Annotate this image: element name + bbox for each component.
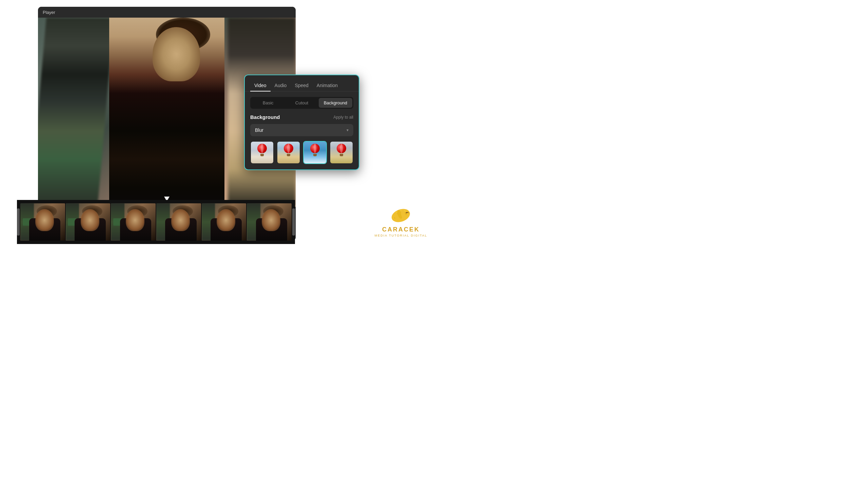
balloon-3 bbox=[310, 144, 320, 156]
bg-thumb-1[interactable] bbox=[250, 141, 274, 164]
sub-tab-basic[interactable]: Basic bbox=[251, 98, 285, 108]
tab-speed[interactable]: Speed bbox=[291, 80, 312, 92]
section-header: Background Apply to all bbox=[250, 114, 353, 120]
motion-blur-left bbox=[38, 18, 114, 207]
balloon-bg-4 bbox=[330, 142, 353, 163]
filmstrip bbox=[17, 200, 295, 244]
caracek-brand: CARACEK bbox=[375, 226, 427, 233]
sub-tab-background[interactable]: Background bbox=[319, 98, 352, 108]
thumbnail-5 bbox=[202, 203, 246, 241]
tab-animation[interactable]: Animation bbox=[313, 80, 342, 92]
face bbox=[153, 27, 200, 81]
thumbnail-4 bbox=[156, 203, 201, 241]
balloon-bg-2 bbox=[277, 142, 300, 163]
thumbnail-6 bbox=[247, 203, 292, 241]
balloon-bg-3 bbox=[304, 142, 326, 163]
thumbnail-3 bbox=[111, 203, 156, 241]
properties-panel: Video Audio Speed Animation Basic Cutout… bbox=[244, 75, 359, 170]
panel-tabs: Video Audio Speed Animation bbox=[245, 75, 359, 92]
section-title: Background bbox=[250, 114, 280, 120]
apply-all-button[interactable]: Apply to all bbox=[333, 115, 353, 120]
balloon-2 bbox=[284, 144, 293, 156]
dropdown-label: Blur bbox=[255, 127, 263, 133]
tab-video[interactable]: Video bbox=[250, 80, 271, 92]
banana-icon bbox=[389, 206, 413, 225]
blur-dropdown[interactable]: Blur ▾ bbox=[250, 124, 353, 136]
bg-thumb-2[interactable] bbox=[277, 141, 300, 164]
player-title: Player bbox=[43, 10, 55, 15]
background-thumbnails bbox=[250, 141, 353, 164]
panel-content: Basic Cutout Background Background Apply… bbox=[245, 92, 359, 169]
tab-audio[interactable]: Audio bbox=[271, 80, 291, 92]
balloon-4 bbox=[337, 144, 346, 156]
thumbnail-1 bbox=[20, 203, 65, 241]
caracek-logo: CARACEK MEDIA TUTORIAL DIGITAL bbox=[375, 206, 427, 237]
player-title-bar: Player bbox=[38, 7, 296, 18]
sub-tabs: Basic Cutout Background bbox=[250, 97, 353, 109]
chevron-down-icon: ▾ bbox=[347, 128, 349, 133]
thumbnail-2 bbox=[66, 203, 111, 241]
sub-tab-cutout[interactable]: Cutout bbox=[285, 98, 318, 108]
filmstrip-handle-right[interactable] bbox=[292, 208, 295, 236]
caracek-sub: MEDIA TUTORIAL DIGITAL bbox=[375, 234, 427, 237]
balloon-bg-1 bbox=[251, 142, 273, 163]
woman-figure bbox=[109, 18, 224, 207]
balloon-1 bbox=[257, 144, 267, 156]
filmstrip-handle-left[interactable] bbox=[17, 208, 20, 236]
bg-thumb-3[interactable] bbox=[303, 141, 327, 164]
bg-thumb-4[interactable] bbox=[330, 141, 353, 164]
